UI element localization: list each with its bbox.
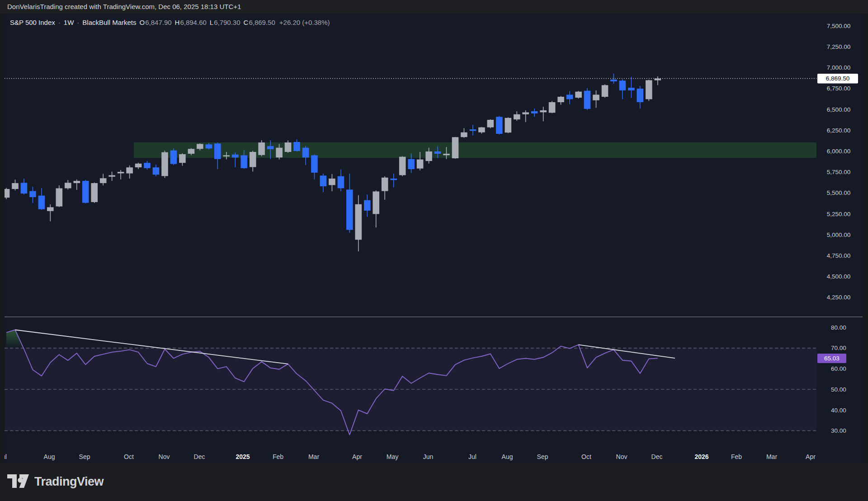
rsi-tick: 70.00 [831, 345, 846, 351]
candle-body [434, 151, 441, 154]
ohlc-high: H 6,894.60 [175, 19, 207, 26]
candle-body [285, 142, 292, 152]
candle-body [346, 189, 353, 230]
time-label-Mar[interactable]: Mar [766, 450, 777, 463]
rsi-tick: 30.00 [831, 427, 846, 434]
rsi-tick: 80.00 [831, 324, 846, 331]
time-label-Aug[interactable]: Aug [44, 450, 55, 463]
time-axis[interactable]: JulAugSepOctNovDec2025FebMarAprMayJunJul… [5, 450, 816, 463]
symbol-name[interactable]: S&P 500 Index [10, 19, 55, 26]
candle-body [118, 172, 124, 173]
time-label-Apr[interactable]: Apr [352, 450, 362, 463]
candle-body [364, 200, 371, 211]
candle-body [56, 188, 63, 206]
rsi-tick: 60.00 [831, 365, 846, 372]
candle-body [522, 112, 529, 114]
open-value: 6,847.90 [145, 19, 171, 26]
price-tick: 7,000.00 [827, 64, 851, 71]
time-label-Feb[interactable]: Feb [273, 450, 283, 463]
low-letter: L [210, 19, 213, 26]
price-tick: 7,250.00 [827, 43, 851, 50]
chart-widget[interactable]: S&P 500 Index · 1W · BlackBull Markets O… [5, 14, 863, 463]
rsi-value-label-text: 65.03 [824, 355, 840, 362]
candle-body [232, 155, 239, 158]
candle-body [21, 183, 28, 194]
candle-body [637, 89, 644, 102]
separator-dot: · [77, 19, 79, 26]
candle-body [646, 80, 652, 99]
chart-canvas[interactable]: 7,500.007,250.007,000.006,750.006,500.00… [5, 14, 863, 463]
candle-body [470, 129, 476, 131]
time-label-Sep[interactable]: Sep [79, 450, 90, 463]
candle-body [258, 142, 265, 155]
candle-body [250, 152, 256, 167]
candle-body [619, 80, 626, 90]
candle-body [628, 88, 635, 90]
low-value: 6,790.30 [214, 19, 240, 26]
candle-body [531, 111, 538, 113]
price-tick: 6,000.00 [827, 148, 851, 155]
time-label-2026[interactable]: 2026 [694, 450, 708, 463]
candle-body [408, 159, 415, 169]
candle-body [82, 181, 89, 203]
candle-body [5, 189, 9, 198]
candle-body [557, 97, 564, 102]
candle-body [320, 175, 327, 186]
candle-body [153, 167, 160, 175]
candle-body [206, 144, 212, 148]
attribution-text: DonVelarisTrading created with TradingVi… [7, 0, 241, 14]
candle-body [566, 95, 573, 99]
time-label-Feb[interactable]: Feb [731, 450, 742, 463]
candle-body [610, 80, 617, 81]
candle-body [188, 149, 195, 154]
time-label-Nov[interactable]: Nov [616, 450, 627, 463]
price-tick: 6,500.00 [827, 106, 851, 113]
time-label-Sep[interactable]: Sep [537, 450, 548, 463]
candle-body [417, 160, 424, 169]
time-label-Oct[interactable]: Oct [124, 450, 134, 463]
time-label-Mar[interactable]: Mar [308, 450, 319, 463]
time-label-Jun[interactable]: Jun [423, 450, 434, 463]
time-label-2025[interactable]: 2025 [236, 450, 250, 463]
close-letter: C [244, 19, 249, 26]
tradingview-logo[interactable]: TradingView [7, 474, 104, 489]
candle-body [478, 128, 485, 132]
price-tick: 7,500.00 [827, 23, 851, 29]
time-label-Oct[interactable]: Oct [581, 450, 591, 463]
time-label-Apr[interactable]: Apr [806, 450, 816, 463]
candle-body [390, 179, 397, 180]
candle-body [126, 167, 133, 173]
candle-body [214, 143, 221, 159]
candle-body [100, 178, 107, 183]
candle-body [487, 120, 494, 128]
candle-body [197, 144, 203, 149]
time-label-Nov[interactable]: Nov [159, 450, 170, 463]
candle-body [584, 91, 591, 109]
symbol-header[interactable]: S&P 500 Index · 1W · BlackBull Markets O… [10, 18, 330, 27]
candle-body [575, 92, 582, 98]
timeframe-label[interactable]: 1W [64, 19, 74, 26]
candle-body [514, 114, 520, 119]
candle-body [144, 163, 151, 168]
time-label-Dec[interactable]: Dec [651, 450, 663, 463]
time-label-Jul[interactable]: Jul [5, 450, 7, 463]
footer-bar: TradingView [0, 463, 868, 501]
time-label-Dec[interactable]: Dec [194, 450, 205, 463]
candle-body [47, 207, 54, 211]
candle-body [223, 155, 230, 156]
price-tick: 6,250.00 [827, 127, 851, 134]
time-label-May[interactable]: May [387, 450, 398, 463]
candle-body [12, 183, 19, 189]
price-tick: 5,250.00 [827, 211, 851, 217]
candle-body [38, 196, 45, 209]
candle-body [338, 176, 344, 189]
candle-body [29, 191, 36, 197]
candle-body [540, 110, 547, 112]
time-label-Jul[interactable]: Jul [468, 450, 476, 463]
candle-body [505, 118, 512, 133]
candle-body [373, 191, 379, 214]
candle-body [399, 157, 406, 175]
candle-body [593, 95, 599, 100]
time-label-Aug[interactable]: Aug [502, 450, 513, 463]
candle-body [382, 178, 388, 191]
